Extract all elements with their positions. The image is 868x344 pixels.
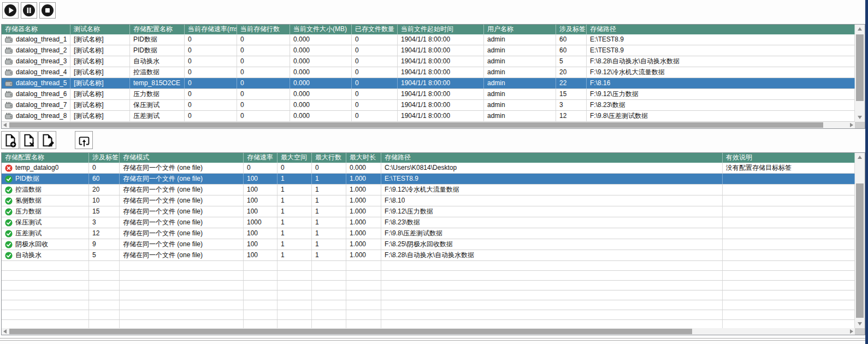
cell [120, 261, 244, 270]
cell: 100 [244, 206, 277, 217]
cell: admin [484, 100, 556, 110]
scroll-right-arrow[interactable] [848, 328, 855, 335]
table-row[interactable]: datalog_thread_4[测试名称]控温数据000.00001904/1… [2, 67, 855, 78]
table-row[interactable]: 保压测试3存储在同一个文件 (one file)1000111.000F:\8.… [2, 217, 855, 228]
scroll-left-arrow[interactable] [2, 328, 8, 335]
cell [2, 271, 89, 280]
cell [89, 271, 120, 280]
divider-line [0, 338, 865, 339]
cell: 0 [237, 111, 290, 121]
logger-vertical-scrollbar[interactable] [855, 25, 865, 122]
config-horizontal-scrollbar[interactable] [2, 328, 865, 335]
cell: 1904/1/1 8:00:00 [398, 78, 484, 88]
cell [381, 281, 723, 290]
table-row[interactable]: datalog_thread_5[测试名称]temp_815O2CE000.00… [2, 78, 855, 89]
table-row[interactable]: 阴极水回收9存储在同一个文件 (one file)100111.000F:\8.… [2, 239, 855, 250]
scroll-right-arrow[interactable] [848, 122, 855, 128]
cell: 1904/1/1 8:00:00 [398, 111, 484, 121]
cell: admin [484, 111, 556, 121]
table-row[interactable]: datalog_thread_3[测试名称]自动换水000.00001904/1… [2, 56, 855, 67]
cell: 0 [352, 34, 398, 45]
table-row[interactable]: datalog_thread_2[测试名称]PID数据000.00001904/… [2, 45, 855, 56]
scroll-down-arrow[interactable] [857, 321, 863, 327]
cell: 1904/1/1 8:00:00 [398, 100, 484, 110]
cell: 氢侧数据 [2, 195, 89, 206]
column-header: 存储速率 [244, 153, 277, 163]
scrollbar-thumb[interactable] [9, 122, 823, 128]
cell: 0 [312, 163, 346, 173]
cell: 存储在同一个文件 (one file) [120, 250, 244, 260]
table-row[interactable]: 控温数据20存储在同一个文件 (one file)100111.000F:\9.… [2, 185, 855, 195]
cell: 1 [312, 228, 346, 239]
cell: 20 [89, 185, 120, 195]
table-row[interactable]: datalog_thread_1[测试名称]PID数据000.00001904/… [2, 34, 855, 45]
start-button[interactable] [2, 2, 19, 19]
cell [381, 300, 723, 310]
cell: 0 [89, 163, 120, 173]
config-vertical-scrollbar[interactable] [855, 153, 865, 328]
cell: 3 [556, 100, 587, 110]
scrollbar-thumb[interactable] [856, 34, 864, 101]
table-row[interactable]: datalog_thread_7[测试名称]保压测试000.00001904/1… [2, 100, 855, 111]
cell: C:\Users\K0814\Desktop [381, 163, 723, 173]
cell: 1904/1/1 8:00:00 [398, 56, 484, 67]
cell: admin [484, 34, 556, 45]
cell: 0.000 [290, 89, 352, 99]
cell [723, 174, 855, 184]
cell: 压力数据 [130, 89, 185, 99]
cell: 1 [277, 174, 312, 184]
cell: admin [484, 45, 556, 56]
cell: 5 [556, 56, 587, 67]
cell [312, 320, 346, 328]
cell: 控温数据 [130, 67, 185, 78]
cell: 1904/1/1 8:00:00 [398, 34, 484, 45]
scroll-up-arrow[interactable] [857, 26, 863, 32]
cell: [测试名称] [70, 100, 130, 110]
cell [381, 271, 723, 280]
scrollbar-track[interactable] [8, 122, 848, 128]
table-row [2, 290, 855, 300]
cell: F:\9.12\压力数据 [587, 89, 855, 99]
cell: 0 [237, 56, 290, 67]
apply-config-button[interactable] [75, 131, 93, 149]
table-row[interactable]: 自动换水5存储在同一个文件 (one file)100111.000F:\8.2… [2, 250, 855, 261]
cell: 0.000 [290, 34, 352, 45]
cell: 存储在同一个文件 (one file) [120, 185, 244, 195]
table-row[interactable]: 氢侧数据10存储在同一个文件 (one file)100111.000F:\8.… [2, 195, 855, 206]
document-plus-icon [2, 132, 19, 149]
cell: 1.000 [346, 174, 381, 184]
logger-horizontal-scrollbar[interactable] [2, 122, 865, 128]
edit-config-button[interactable] [38, 131, 56, 149]
cell: 1 [312, 185, 346, 195]
cell: [测试名称] [70, 56, 130, 67]
scroll-left-arrow[interactable] [2, 122, 8, 128]
config-table-header: 存储配置名称涉及标签存储模式存储速率最大空间最大行数最大时长存储路径有效说明 [2, 153, 855, 163]
delete-config-button[interactable] [20, 131, 38, 149]
add-config-button[interactable] [1, 131, 19, 149]
table-row[interactable]: datalog_thread_6[测试名称]压力数据000.00001904/1… [2, 89, 855, 100]
table-row[interactable]: PID数据60存储在同一个文件 (one file)100111.000E:\T… [2, 174, 855, 185]
table-row[interactable]: temp_datalog00存储在同一个文件 (one file)0000.00… [2, 163, 855, 174]
cell: 存储在同一个文件 (one file) [120, 239, 244, 250]
cell [2, 281, 89, 290]
scroll-down-arrow[interactable] [857, 114, 863, 121]
scrollbar-track[interactable] [8, 328, 848, 335]
cell [277, 300, 312, 310]
column-header: 存储模式 [120, 153, 244, 163]
cell [312, 271, 346, 280]
table-row[interactable]: 压力数据15存储在同一个文件 (one file)100111.000F:\9.… [2, 206, 855, 217]
cell: 1904/1/1 8:00:00 [398, 45, 484, 56]
table-row [2, 320, 855, 328]
table-row[interactable]: 压差测试12存储在同一个文件 (one file)100111.000F:\9.… [2, 228, 855, 239]
table-row[interactable]: datalog_thread_8[测试名称]压差测试000.00001904/1… [2, 111, 855, 122]
datalogger-chip-icon [5, 36, 13, 43]
stop-button[interactable] [39, 2, 56, 19]
scrollbar-thumb[interactable] [9, 329, 692, 334]
pause-button[interactable] [21, 2, 37, 19]
scroll-up-arrow[interactable] [857, 154, 863, 161]
scrollbar-thumb[interactable] [856, 183, 864, 318]
ok-icon [5, 230, 13, 238]
cell: 1 [312, 217, 346, 228]
table-row [2, 271, 855, 281]
cell: 20 [556, 67, 587, 78]
